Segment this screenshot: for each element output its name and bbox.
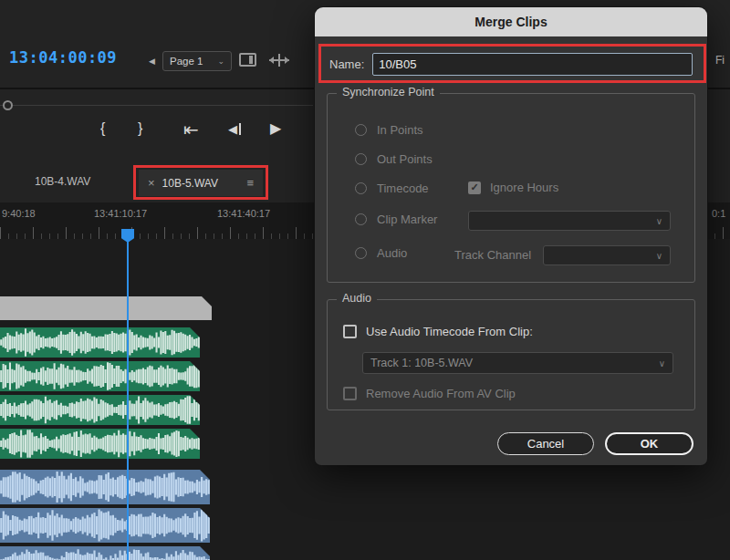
audio-clip-blue-1[interactable] xyxy=(0,470,210,504)
radio-timecode[interactable]: Timecode xyxy=(355,181,429,195)
radio-icon xyxy=(355,124,367,136)
waveform xyxy=(0,508,210,543)
ruler-label: 13:41:10:17 xyxy=(94,208,147,219)
chevron-down-icon: ⌄ xyxy=(217,57,224,66)
radio-icon xyxy=(355,247,367,259)
radio-icon xyxy=(355,153,367,165)
group-label: Audio xyxy=(337,292,377,305)
zoom-scrollbar-track[interactable] xyxy=(0,105,313,106)
ruler-label: 13:41:40:17 xyxy=(217,208,270,219)
play-button[interactable]: ▶ xyxy=(270,119,281,137)
group-label: Synchronize Point xyxy=(337,86,440,99)
merge-clips-dialog: Merge Clips Name: Synchronize Point In P… xyxy=(315,7,707,465)
waveform xyxy=(0,546,210,560)
audio-clip-blue-3[interactable] xyxy=(0,546,210,560)
step-back-bar xyxy=(239,123,241,135)
checkbox-checked-icon: ✓ xyxy=(468,181,481,194)
trim-align-icon[interactable] xyxy=(268,52,290,68)
source-timecode[interactable]: 13:04:00:09 xyxy=(9,48,117,67)
page-prev-icon[interactable]: ◀ xyxy=(149,57,155,66)
audio-clip-green-1[interactable] xyxy=(0,327,200,358)
mark-out-button[interactable]: } xyxy=(138,120,142,137)
radio-out-points[interactable]: Out Points xyxy=(355,152,433,166)
clip-marker-dropdown[interactable]: ∨ xyxy=(468,211,671,231)
ruler-label: 0:1 xyxy=(712,208,725,219)
video-clip[interactable] xyxy=(0,296,212,320)
track-channel-label: Track Channel xyxy=(454,248,531,262)
chevron-down-icon: ∨ xyxy=(656,251,662,261)
checkbox-icon xyxy=(343,387,357,400)
fit-dropdown-partial[interactable]: Fi xyxy=(715,54,725,67)
name-label: Name: xyxy=(329,57,364,71)
waveform xyxy=(0,429,200,459)
step-back-icon: ◀ xyxy=(228,122,237,136)
zoom-scrollbar-knob[interactable] xyxy=(3,100,13,110)
checkbox-label: Ignore Hours xyxy=(490,181,558,194)
audio-clip-green-3[interactable] xyxy=(0,395,200,425)
synchronize-point-group: Synchronize Point In Points Out Points T… xyxy=(327,93,695,283)
premiere-workspace: 13:04:00:09 ◀ Page 1 ⌄ Fi { } ⇤ ◀ ▶ 10B-… xyxy=(0,0,730,560)
name-row: Name: xyxy=(329,53,693,76)
mark-in-button[interactable]: { xyxy=(100,120,105,137)
close-icon[interactable]: × xyxy=(148,176,155,190)
chevron-down-icon: ∨ xyxy=(656,216,662,226)
track-channel-dropdown[interactable]: ∨ xyxy=(543,245,671,265)
dialog-title: Merge Clips xyxy=(315,7,707,36)
tab-10b-4[interactable]: 10B-4.WAV xyxy=(35,175,90,188)
audio-clip-blue-2[interactable] xyxy=(0,508,210,543)
dropdown-value: Track 1: 10B-5.WAV xyxy=(370,357,473,369)
chevron-down-icon: ∨ xyxy=(659,358,665,368)
page-select-dropdown[interactable]: Page 1 ⌄ xyxy=(162,51,232,71)
checkbox-label: Use Audio Timecode From Clip: xyxy=(366,325,533,338)
waveform xyxy=(0,327,200,358)
waveform xyxy=(0,470,210,504)
playhead-line xyxy=(127,230,129,560)
remove-audio-checkbox[interactable]: Remove Audio From AV Clip xyxy=(343,387,516,400)
panel-icon[interactable] xyxy=(239,53,256,67)
radio-audio[interactable]: Audio xyxy=(355,246,407,260)
tab-label: 10B-5.WAV xyxy=(162,177,218,190)
checkbox-label: Remove Audio From AV Clip xyxy=(366,387,516,400)
audio-track-dropdown[interactable]: Track 1: 10B-5.WAV ∨ xyxy=(362,352,673,374)
panel-menu-icon[interactable]: ≡ xyxy=(246,176,254,190)
radio-label: Out Points xyxy=(377,152,433,166)
radio-clip-marker[interactable]: Clip Marker xyxy=(355,213,437,226)
ok-button[interactable]: OK xyxy=(605,432,694,455)
ignore-hours-checkbox[interactable]: ✓ Ignore Hours xyxy=(468,181,558,194)
name-input[interactable] xyxy=(372,53,693,76)
radio-in-points[interactable]: In Points xyxy=(355,123,423,137)
tab-10b-5[interactable]: × 10B-5.WAV ≡ xyxy=(139,170,263,196)
cancel-button[interactable]: Cancel xyxy=(497,432,594,455)
audio-group: Audio Use Audio Timecode From Clip: Trac… xyxy=(327,299,695,410)
radio-label: In Points xyxy=(377,123,423,137)
waveform xyxy=(0,395,200,425)
checkbox-icon xyxy=(343,325,357,338)
use-audio-timecode-checkbox[interactable]: Use Audio Timecode From Clip: xyxy=(343,325,533,338)
step-back-button[interactable]: ◀ xyxy=(228,122,241,136)
ruler-label: 9:40:18 xyxy=(2,208,36,219)
radio-icon xyxy=(355,182,367,194)
radio-label: Audio xyxy=(377,246,407,260)
radio-label: Clip Marker xyxy=(377,213,437,226)
radio-icon xyxy=(355,213,367,225)
go-to-in-button[interactable]: ⇤ xyxy=(183,119,199,140)
audio-clip-green-4[interactable] xyxy=(0,429,200,459)
radio-label: Timecode xyxy=(377,181,429,195)
page-select-label: Page 1 xyxy=(170,56,203,67)
waveform xyxy=(0,361,200,391)
audio-clip-green-2[interactable] xyxy=(0,361,200,391)
